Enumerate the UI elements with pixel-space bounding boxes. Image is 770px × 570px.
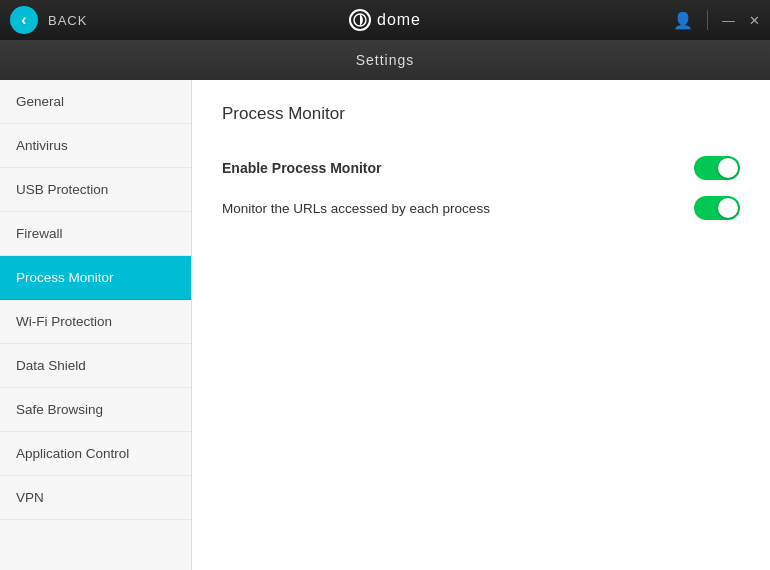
sidebar-item-usb-protection[interactable]: USB Protection	[0, 168, 191, 212]
toggles-container: Enable Process MonitorMonitor the URLs a…	[222, 148, 740, 228]
main-layout: GeneralAntivirusUSB ProtectionFirewallPr…	[0, 80, 770, 570]
settings-bar: Settings	[0, 40, 770, 80]
title-bar-left: ‹ BACK	[10, 6, 87, 34]
minimize-icon[interactable]: —	[722, 13, 735, 28]
close-icon[interactable]: ✕	[749, 13, 760, 28]
toggle-knob-monitor-urls	[718, 198, 738, 218]
title-bar-center: dome	[349, 9, 421, 31]
toggle-label-monitor-urls: Monitor the URLs accessed by each proces…	[222, 201, 490, 216]
logo-icon	[349, 9, 371, 31]
toggle-row-enable-process-monitor: Enable Process Monitor	[222, 148, 740, 188]
settings-title: Settings	[356, 52, 415, 68]
sidebar-item-antivirus[interactable]: Antivirus	[0, 124, 191, 168]
sidebar-item-application-control[interactable]: Application Control	[0, 432, 191, 476]
user-icon[interactable]: 👤	[673, 11, 693, 30]
sidebar-item-safe-browsing[interactable]: Safe Browsing	[0, 388, 191, 432]
title-bar: ‹ BACK dome 👤 — ✕	[0, 0, 770, 40]
content-title: Process Monitor	[222, 104, 740, 124]
sidebar-item-firewall[interactable]: Firewall	[0, 212, 191, 256]
sidebar-item-wifi-protection[interactable]: Wi-Fi Protection	[0, 300, 191, 344]
sidebar-item-vpn[interactable]: VPN	[0, 476, 191, 520]
back-chevron-icon: ‹	[21, 11, 26, 29]
toggle-label-enable-process-monitor: Enable Process Monitor	[222, 160, 381, 176]
sidebar-item-process-monitor[interactable]: Process Monitor	[0, 256, 191, 300]
logo-text: dome	[377, 11, 421, 29]
title-bar-right: 👤 — ✕	[673, 10, 760, 30]
sidebar: GeneralAntivirusUSB ProtectionFirewallPr…	[0, 80, 192, 570]
toggle-knob-enable-process-monitor	[718, 158, 738, 178]
sidebar-item-data-shield[interactable]: Data Shield	[0, 344, 191, 388]
toggle-switch-enable-process-monitor[interactable]	[694, 156, 740, 180]
back-label: BACK	[48, 13, 87, 28]
content-area: Process Monitor Enable Process MonitorMo…	[192, 80, 770, 570]
divider	[707, 10, 708, 30]
toggle-switch-monitor-urls[interactable]	[694, 196, 740, 220]
sidebar-item-general[interactable]: General	[0, 80, 191, 124]
back-button[interactable]: ‹	[10, 6, 38, 34]
toggle-row-monitor-urls: Monitor the URLs accessed by each proces…	[222, 188, 740, 228]
